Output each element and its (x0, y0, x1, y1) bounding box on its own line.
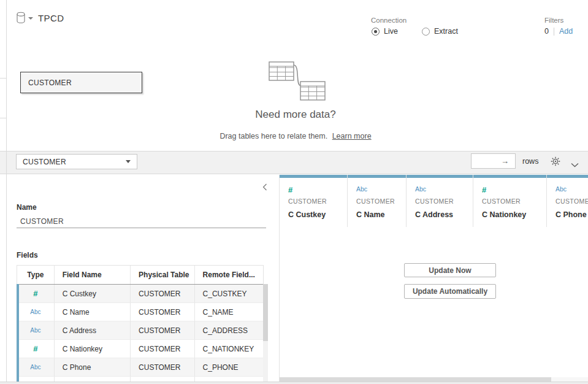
name-field-underline (17, 228, 266, 228)
tableau-datasource-page: TPCD Connection Live Extract Filters 0 A… (0, 0, 588, 384)
name-label: Name (17, 203, 37, 212)
field-name-cell: C Name (55, 303, 131, 321)
tables-illustration (268, 59, 326, 103)
field-row-c-custkey[interactable]: # C Custkey CUSTOMER C_CUSTKEY (17, 285, 263, 303)
rail-divider (0, 118, 6, 118)
field-row-c-phone[interactable]: Abc C Phone CUSTOMER C_PHONE (17, 358, 263, 377)
filters-divider (554, 28, 554, 36)
column-accent-bar (348, 175, 406, 178)
column-table-name: CUSTOMER (356, 198, 395, 205)
column-accent-bar (407, 175, 473, 178)
data-grid-preview: # CUSTOMER C Custkey Abc CUSTOMER C Name… (279, 175, 588, 382)
field-name-cell: C Phone (55, 358, 131, 377)
number-type-icon: # (288, 185, 292, 194)
column-header-type[interactable]: Type (17, 266, 55, 284)
database-caret-down-icon[interactable] (28, 17, 33, 20)
column-field-name: C Custkey (288, 210, 326, 219)
connection-live-radio[interactable]: Live (372, 27, 398, 36)
connection-extract-radio[interactable]: Extract (422, 27, 458, 36)
field-row-c-nationkey[interactable]: # C Nationkey CUSTOMER C_NATIONKEY (17, 340, 263, 358)
string-type-icon: Abc (415, 185, 426, 193)
grid-column-c-address[interactable]: Abc CUSTOMER C Address (407, 175, 473, 227)
fields-scrollbar-thumb[interactable] (263, 284, 268, 341)
string-type-icon: Abc (17, 303, 55, 321)
grid-column-c-nationkey[interactable]: # CUSTOMER C Nationkey (473, 175, 547, 227)
update-automatically-button[interactable]: Update Automatically (404, 284, 496, 299)
column-table-name: CUSTOMER (482, 198, 521, 205)
rows-count-input[interactable] (472, 154, 500, 168)
collapse-panel-chevron-icon[interactable] (262, 183, 267, 192)
column-header-field-name[interactable]: Field Name (55, 266, 131, 284)
left-pane-edge[interactable] (6, 0, 7, 382)
filters-label: Filters (544, 17, 563, 24)
physical-table-cell: CUSTOMER (131, 285, 195, 303)
filters-count: 0 (544, 27, 549, 36)
remote-field-cell: C_PHONE (195, 358, 263, 377)
field-name-cell: C Nationkey (55, 340, 131, 358)
column-field-name: C Phone (556, 210, 587, 219)
filters-row: 0 Add (544, 27, 573, 36)
radio-selected-icon (372, 28, 380, 36)
column-header-remote-field[interactable]: Remote Field... (195, 266, 263, 284)
table-select-value: CUSTOMER (23, 158, 126, 166)
physical-table-cell: CUSTOMER (131, 340, 195, 358)
remote-field-cell: C_NATIONKEY (195, 340, 263, 358)
data-grid-header-row: # CUSTOMER C Custkey Abc CUSTOMER C Name… (280, 175, 588, 227)
number-type-icon: # (17, 340, 55, 358)
rail-divider (0, 78, 6, 79)
radio-unselected-icon (422, 28, 430, 36)
column-accent-bar (547, 175, 588, 178)
column-accent-bar (280, 175, 347, 178)
relationship-canvas: TPCD Connection Live Extract Filters 0 A… (0, 0, 588, 152)
empty-state-subtitle: Drag tables here to relate them. Learn m… (151, 132, 440, 140)
column-table-name: CUSTOMER (288, 198, 327, 205)
empty-state-title: Need more data? (182, 109, 409, 121)
remote-field-cell: C_NAME (195, 303, 263, 321)
field-row-c-name[interactable]: Abc C Name CUSTOMER C_NAME (17, 303, 263, 321)
field-name-cell: C Custkey (55, 285, 131, 303)
radio-extract-label: Extract (434, 27, 458, 36)
rows-count-box: → (471, 153, 516, 169)
table-select-dropdown[interactable]: CUSTOMER (16, 154, 137, 169)
physical-table-cell: CUSTOMER (131, 321, 195, 340)
grid-column-c-phone[interactable]: Abc CUSTOMER C Phone (547, 175, 588, 227)
grid-column-c-custkey[interactable]: # CUSTOMER C Custkey (280, 175, 348, 227)
selected-rows-accent-bar (17, 284, 19, 382)
string-type-icon: Abc (356, 185, 367, 193)
radio-live-label: Live (384, 27, 398, 36)
rows-label: rows (522, 157, 538, 166)
field-row-c-address[interactable]: Abc C Address CUSTOMER C_ADDRESS (17, 321, 263, 340)
grid-hscrollbar-thumb[interactable] (280, 377, 551, 382)
string-type-icon: Abc (17, 321, 55, 340)
fields-label: Fields (17, 251, 38, 259)
number-type-icon: # (17, 285, 55, 303)
physical-table-cell: CUSTOMER (131, 303, 195, 321)
connection-label: Connection (371, 17, 407, 24)
column-field-name: C Nationkey (482, 210, 526, 219)
database-icon[interactable] (16, 12, 27, 26)
filters-add-link[interactable]: Add (559, 27, 573, 36)
canvas-table-customer[interactable]: CUSTOMER (20, 72, 142, 93)
physical-table-cell: CUSTOMER (131, 358, 195, 377)
column-table-name: CUSTOMER (556, 198, 588, 205)
fields-table: Type Field Name Physical Table Remote Fi… (17, 265, 264, 384)
string-type-icon: Abc (556, 185, 567, 193)
column-field-name: C Name (356, 210, 385, 219)
apply-rows-arrow-icon[interactable]: → (501, 156, 509, 166)
page-bottom-scroll-strip (0, 382, 588, 384)
datasource-title: TPCD (38, 13, 64, 23)
settings-gear-icon[interactable] (551, 156, 560, 169)
field-name-cell: C Address (55, 321, 131, 340)
column-header-physical-table[interactable]: Physical Table (131, 266, 195, 284)
remote-field-cell: C_CUSTKEY (195, 285, 263, 303)
caret-down-icon (126, 160, 131, 163)
column-field-name: C Address (415, 210, 453, 219)
empty-state-hint: Drag tables here to relate them. (220, 132, 327, 140)
collapse-grid-chevron-icon[interactable] (571, 159, 579, 170)
grid-column-c-name[interactable]: Abc CUSTOMER C Name (348, 175, 407, 227)
table-name-field[interactable]: CUSTOMER (20, 217, 64, 226)
update-now-button[interactable]: Update Now (404, 263, 496, 277)
number-type-icon: # (482, 185, 486, 194)
column-table-name: CUSTOMER (415, 198, 454, 205)
learn-more-link[interactable]: Learn more (332, 132, 372, 140)
